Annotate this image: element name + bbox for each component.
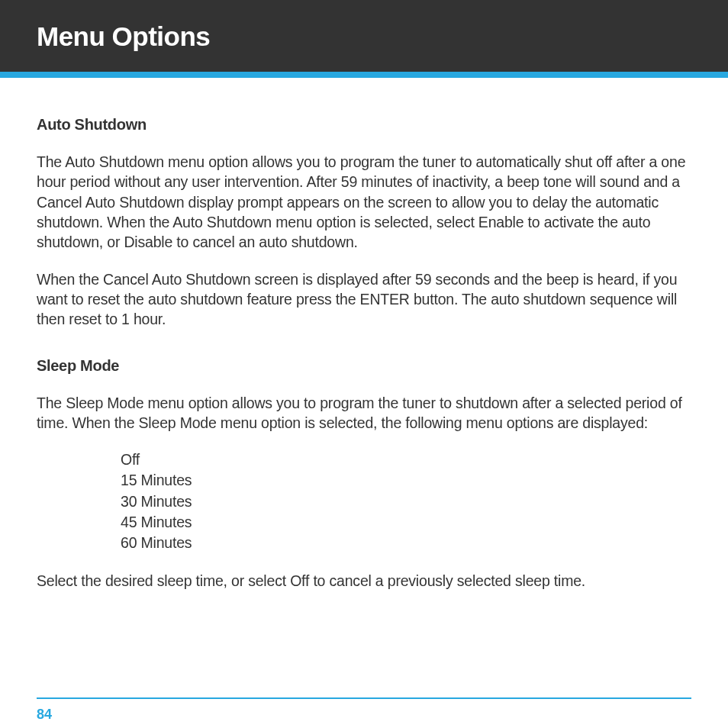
list-item: 45 Minutes (121, 512, 691, 533)
page-footer: 84 (0, 697, 728, 728)
list-item: 30 Minutes (121, 491, 691, 512)
sleep-mode-options: Off 15 Minutes 30 Minutes 45 Minutes 60 … (37, 449, 691, 553)
page-number: 84 (0, 707, 728, 723)
page-title: Menu Options (37, 21, 691, 52)
section-heading-sleep-mode: Sleep Mode (37, 357, 691, 375)
page-content: Auto Shutdown The Auto Shutdown menu opt… (0, 78, 728, 591)
accent-bar (0, 72, 728, 78)
list-item: 60 Minutes (121, 533, 691, 553)
auto-shutdown-para1: The Auto Shutdown menu option allows you… (37, 152, 691, 253)
footer-divider (37, 697, 691, 699)
list-item: Off (121, 449, 691, 470)
section-heading-auto-shutdown: Auto Shutdown (37, 116, 691, 134)
sleep-mode-intro: The Sleep Mode menu option allows you to… (37, 393, 691, 433)
list-item: 15 Minutes (121, 470, 691, 491)
page-header: Menu Options (0, 0, 728, 72)
auto-shutdown-para2: When the Cancel Auto Shutdown screen is … (37, 269, 691, 330)
sleep-mode-outro: Select the desired sleep time, or select… (37, 571, 691, 591)
